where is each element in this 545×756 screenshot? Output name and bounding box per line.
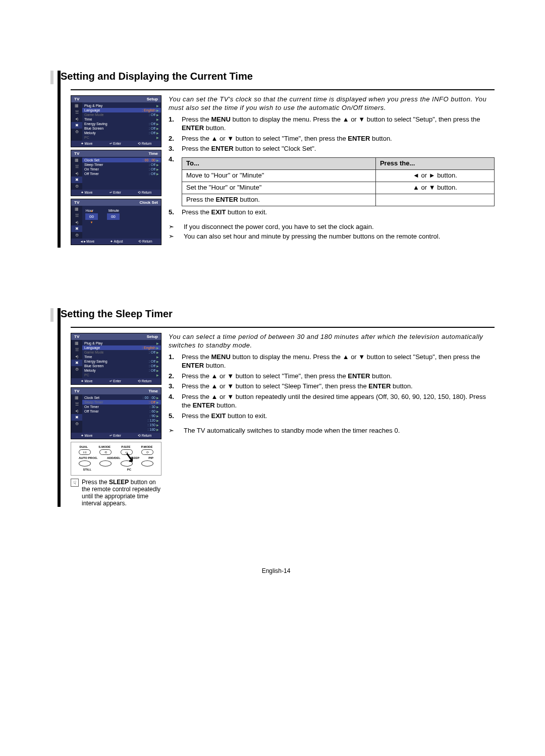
menu-icon: ◂)	[71, 115, 82, 122]
step: 1. Press the MENU button to display the …	[169, 115, 495, 133]
step-number: 1.	[169, 115, 182, 133]
menu-row: Blue Screen: Off▶	[82, 364, 161, 368]
step: 4. Press the ▲ or ▼ button repeatedly un…	[169, 393, 495, 410]
step-number: 2.	[169, 372, 182, 381]
menu-row: Energy Saving: Off▶	[82, 122, 161, 126]
step-number: 3.	[169, 382, 182, 391]
remote-tip: ☟ Press the SLEEP button on the remote c…	[71, 479, 161, 507]
note-arrow-icon: ➣	[169, 232, 182, 241]
menu-icon: ◂)	[71, 219, 82, 225]
menu-icon: ☱	[71, 109, 82, 115]
tv-menu-clockset: TVClock Set ▦ ☱ ◂) ✖ ⚙ HourMinute 00 00	[71, 199, 161, 245]
menu-row: Clock Set: 00 : 00▶	[82, 395, 161, 400]
menu-row: Time▶	[82, 117, 161, 122]
menu-row: Language: English▶	[82, 345, 161, 350]
menu-icon-selected: ✖	[71, 225, 82, 232]
step: 3. Press the ENTER button to select "Clo…	[169, 145, 495, 153]
menu-icon: ⚙	[71, 232, 82, 239]
menu-icon: ▦	[71, 102, 82, 109]
menu-row: Plug & Play▶	[82, 103, 161, 108]
rule	[71, 327, 495, 328]
menu-row: Language: English▶	[82, 108, 161, 112]
step-number: 3.	[169, 145, 182, 153]
instruction-table: To...Press the... Move to "Hour" or "Min…	[182, 157, 495, 206]
menu-row: Time▶	[82, 355, 161, 359]
remote-diagram: DUALS.MODEP.SIZEP.MODE I·II⟲▭⟳ AUTO PROG…	[71, 442, 161, 476]
minute-value: 00	[107, 213, 120, 220]
menu-row: On Timer: 30▶	[82, 404, 161, 409]
menu-row: Melody: Off▶	[82, 131, 161, 135]
tv-menu-sleep: TVTime ▦☱◂)✖⚙ Clock Set: 00 : 00▶Sleep T…	[71, 387, 161, 439]
menu-icon-selected: ✖	[71, 122, 82, 129]
rule	[71, 89, 495, 90]
content-row: TVSetup ▦☱◂)✖⚙ Plug & Play▶Language: Eng…	[71, 333, 495, 507]
menu-row: Melody: Off▶	[82, 368, 161, 373]
menu-icon: ▦	[71, 206, 82, 212]
menu-row: Sleep Timer: Off▶	[82, 162, 161, 167]
step-number: 4.	[169, 393, 182, 410]
menu-row: Blue Screen: Off▶	[82, 126, 161, 131]
menu-row: Game Mode: Off▶	[82, 112, 161, 117]
note-arrow-icon: ➣	[169, 223, 182, 231]
right-column: You can select a time period of between …	[169, 333, 495, 507]
menu-row: : 150▶	[82, 423, 161, 427]
step-number: 2.	[169, 135, 182, 143]
note: ➣The TV automatically switches to standb…	[169, 427, 495, 435]
menu-row: Game Mode: Off▶	[82, 350, 161, 355]
note: ➣You can also set hour and minute by pre…	[169, 232, 495, 241]
left-column: TVSetup ▦ ☱ ◂) ✖ ⚙ Plug & Play▶Language:…	[71, 95, 161, 248]
menu-icon: ▦	[71, 157, 82, 163]
sleep-button-highlight: ↘	[121, 460, 133, 467]
step-number: 4.	[169, 155, 182, 206]
menu-icon: ☱	[71, 163, 82, 170]
content-row: TVSetup ▦ ☱ ◂) ✖ ⚙ Plug & Play▶Language:…	[71, 95, 495, 248]
menu-row: Energy Saving: Off▶	[82, 359, 161, 364]
hand-icon: ☟	[71, 479, 79, 487]
step: 1. Press the MENU button to display the …	[169, 353, 495, 370]
menu-row: : 180▶	[82, 427, 161, 432]
section-setting-time: Setting and Displaying the Current Time …	[58, 71, 495, 248]
hour-value: 00	[85, 213, 98, 220]
menu-icon: ⚙	[71, 129, 82, 135]
tv-menu-setup: TVSetup ▦ ☱ ◂) ✖ ⚙ Plug & Play▶Language:…	[71, 95, 161, 147]
step-number: 1.	[169, 353, 182, 370]
menu-icon: ◂)	[71, 170, 82, 177]
tv-menu-setup: TVSetup ▦☱◂)✖⚙ Plug & Play▶Language: Eng…	[71, 333, 161, 385]
menu-row: PC▶	[82, 373, 161, 377]
menu-row: Off Timer: 60▶	[82, 409, 161, 414]
section-sleep-timer: Setting the Sleep Timer TVSetup ▦☱◂)✖⚙ P…	[58, 308, 495, 507]
left-column: TVSetup ▦☱◂)✖⚙ Plug & Play▶Language: Eng…	[71, 333, 161, 507]
intro-text: You can select a time period of between …	[169, 333, 495, 350]
section-title: Setting and Displaying the Current Time	[50, 71, 495, 84]
menu-icon: ☱	[71, 212, 82, 219]
step: 2. Press the ▲ or ▼ button to select "Ti…	[169, 135, 495, 143]
intro-text: You can set the TV's clock so that the c…	[169, 95, 495, 112]
step: 5. Press the EXIT button to exit.	[169, 412, 495, 421]
section-title: Setting the Sleep Timer	[50, 308, 495, 322]
step-number: 5.	[169, 208, 182, 217]
menu-row: : 90▶	[82, 414, 161, 418]
menu-row: Off Timer: Off▶	[82, 171, 161, 176]
step: 2. Press the ▲ or ▼ button to select "Ti…	[169, 372, 495, 381]
menu-row: Clock Set: 00 : 00▶	[82, 158, 161, 162]
right-column: You can set the TV's clock so that the c…	[169, 95, 495, 248]
tv-menu-time: TVTime ▦ ☱ ◂) ✖ ⚙ Clock Set: 00 : 00▶Sle…	[71, 150, 161, 196]
note: ➣If you disconnect the power cord, you h…	[169, 223, 495, 231]
menu-row: PC▶	[82, 135, 161, 140]
menu-icon-selected: ✖	[71, 177, 82, 183]
menu-row: On Timer: Off▶	[82, 167, 161, 171]
menu-row: Sleep Timer: Off▶	[82, 400, 161, 404]
step-number: 5.	[169, 412, 182, 421]
menu-icon: ⚙	[71, 183, 82, 190]
menu-row: Plug & Play▶	[82, 341, 161, 345]
page-number: English-14	[58, 567, 495, 574]
menu-row: : 120▶	[82, 418, 161, 423]
step: 3. Press the ▲ or ▼ button to select "Sl…	[169, 382, 495, 391]
note-arrow-icon: ➣	[169, 427, 182, 435]
